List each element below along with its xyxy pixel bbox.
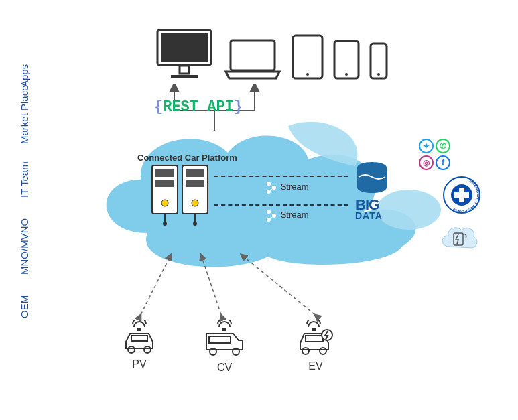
stream-label-1: Stream bbox=[265, 181, 309, 194]
social-icons: ✦ ✆ ◎ f bbox=[419, 139, 450, 170]
svg-rect-51 bbox=[131, 336, 147, 341]
svg-point-10 bbox=[377, 73, 380, 76]
stream-text-1: Stream bbox=[281, 182, 309, 192]
svg-rect-50 bbox=[137, 328, 141, 331]
cv-car-icon bbox=[201, 320, 248, 360]
svg-rect-24 bbox=[186, 180, 204, 187]
side-label-apps: Apps bbox=[19, 64, 30, 87]
svg-point-25 bbox=[192, 200, 198, 206]
svg-rect-55 bbox=[209, 336, 231, 343]
svg-line-47 bbox=[141, 255, 171, 315]
database-icon bbox=[355, 161, 389, 197]
side-label-it: IT Team bbox=[19, 161, 30, 198]
stream-nodes-icon bbox=[265, 209, 278, 222]
svg-rect-17 bbox=[155, 169, 174, 177]
svg-line-31 bbox=[269, 184, 274, 188]
phone-icon bbox=[369, 42, 389, 80]
platform-title: Connected Car Platform bbox=[137, 153, 237, 163]
twitter-icon: ✦ bbox=[419, 139, 434, 153]
bigdata-line1: BIG bbox=[355, 198, 383, 212]
svg-point-40 bbox=[357, 182, 387, 193]
svg-line-37 bbox=[269, 216, 274, 220]
pv-label: PV bbox=[119, 358, 159, 370]
tablet-icon bbox=[291, 33, 324, 80]
car-arrows bbox=[121, 248, 348, 322]
svg-line-32 bbox=[269, 188, 274, 192]
svg-line-36 bbox=[269, 212, 274, 216]
svg-point-60 bbox=[302, 348, 309, 354]
svg-rect-4 bbox=[231, 40, 275, 70]
facebook-icon: f bbox=[436, 155, 450, 170]
pv-car-icon bbox=[119, 320, 159, 357]
stream-line-1 bbox=[214, 176, 348, 177]
servers-icon bbox=[151, 164, 211, 230]
svg-rect-23 bbox=[186, 169, 204, 177]
svg-point-6 bbox=[306, 73, 309, 76]
svg-point-21 bbox=[163, 222, 167, 226]
desktop-icon bbox=[154, 27, 214, 80]
stream-nodes-icon bbox=[265, 181, 278, 194]
svg-point-53 bbox=[144, 346, 151, 353]
stream-line-2 bbox=[214, 204, 348, 206]
apps-devices-row bbox=[154, 27, 389, 80]
stream-text-2: Stream bbox=[281, 210, 309, 220]
tablet-small-icon bbox=[332, 39, 361, 80]
svg-rect-58 bbox=[312, 328, 316, 331]
bigdata-label: BIG DATA bbox=[355, 198, 383, 220]
ev-car-icon bbox=[295, 320, 336, 359]
svg-rect-18 bbox=[155, 180, 174, 187]
cv-label: CV bbox=[201, 362, 248, 374]
side-label-mno: MNO/MVNO bbox=[19, 218, 30, 275]
whatsapp-icon: ✆ bbox=[436, 139, 450, 153]
cv-car: CV bbox=[201, 320, 248, 374]
svg-line-48 bbox=[201, 255, 221, 315]
charging-cloud-icon bbox=[439, 221, 479, 257]
ev-label: EV bbox=[295, 360, 336, 372]
instagram-icon: ◎ bbox=[419, 155, 434, 170]
svg-rect-2 bbox=[180, 66, 189, 74]
svg-rect-59 bbox=[306, 336, 323, 342]
svg-rect-1 bbox=[161, 33, 208, 62]
bigdata-line2: DATA bbox=[355, 212, 383, 220]
svg-rect-3 bbox=[171, 75, 198, 78]
svg-rect-54 bbox=[222, 328, 226, 331]
svg-point-27 bbox=[193, 222, 197, 226]
side-label-oem: OEM bbox=[19, 295, 30, 318]
side-labels: Apps Market Place IT Team MNO/MVNO OEM bbox=[19, 0, 39, 420]
laptop-icon bbox=[222, 37, 283, 80]
svg-point-8 bbox=[345, 73, 348, 76]
svg-rect-44 bbox=[454, 192, 469, 198]
svg-rect-7 bbox=[334, 41, 359, 78]
svg-rect-5 bbox=[293, 36, 322, 78]
svg-line-49 bbox=[241, 255, 315, 315]
svg-point-52 bbox=[128, 346, 135, 353]
ev-car: EV bbox=[295, 320, 336, 372]
side-label-marketplace: Market Place bbox=[19, 85, 30, 144]
emergency-response-icon: EMERGENCY RESPONSE bbox=[442, 176, 481, 217]
stream-label-2: Stream bbox=[265, 209, 309, 222]
svg-point-61 bbox=[320, 348, 326, 354]
pv-car: PV bbox=[119, 320, 159, 370]
svg-point-19 bbox=[161, 200, 168, 206]
